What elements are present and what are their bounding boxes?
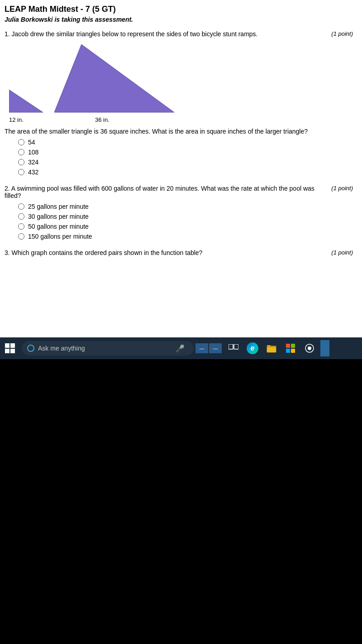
svg-rect-10 [267,345,271,347]
question-3-text: 3. Which graph contains the ordered pair… [5,249,327,256]
large-triangle-label: 36 in. [95,116,176,123]
start-button[interactable] [0,337,20,359]
browser-content: LEAP Math Midtest - 7 (5 GT) Julia Borko… [0,0,362,344]
active-windows: — — [195,343,222,353]
svg-text:4: 4 [222,377,225,383]
option-1-1[interactable]: 108 [18,149,353,156]
media-icon[interactable] [301,340,318,356]
question-2: 2. A swimming pool was filled with 600 g… [5,185,353,240]
question-3-points: (1 point) [331,249,353,256]
question-2-points: (1 point) [331,185,353,192]
svg-rect-14 [291,349,295,353]
question-1-options: 54 108 324 432 [18,139,353,176]
page-title: LEAP Math Midtest - 7 (5 GT) [5,5,353,14]
small-triangle-svg [9,87,45,115]
small-triangle-label: 12 in. [9,116,45,123]
option-1-0[interactable]: 54 [18,139,353,146]
question-1-text: 1. Jacob drew the similar triangles belo… [5,30,327,38]
radio-2-1[interactable] [18,213,24,220]
option-label-1-1: 108 [28,149,38,156]
svg-marker-0 [9,90,43,112]
svg-text:2: 2 [18,377,21,383]
svg-rect-5 [10,349,15,353]
option-label-2-2: 50 gallons per minute [28,223,89,230]
radio-2-0[interactable] [18,203,24,210]
question-3: 3. Which graph contains the ordered pair… [5,249,353,256]
small-triangle-wrapper: 12 in. [9,87,45,123]
svg-rect-12 [291,344,295,348]
extra-icon[interactable] [320,340,329,356]
background-table: 2 4 • 46 4 4 [0,359,362,644]
radio-1-1[interactable] [18,149,24,155]
question-1-subtext: The area of the smaller triangle is 36 s… [5,128,353,135]
svg-point-16 [308,346,311,350]
option-1-2[interactable]: 324 [18,159,353,166]
question-1: 1. Jacob drew the similar triangles belo… [5,30,353,176]
svg-text:4: 4 [86,377,89,383]
student-name: Julia Borkowski is taking this assessmen… [5,16,353,23]
taskbar-system-icons: e [225,340,329,356]
question-1-header: 1. Jacob drew the similar triangles belo… [5,30,353,38]
svg-rect-7 [234,344,238,349]
store-icon[interactable] [282,340,299,356]
option-label-2-3: 150 gallons per minute [28,233,92,240]
window-btn-1[interactable]: — [195,343,208,353]
svg-rect-4 [5,349,10,353]
windows-icon [5,343,15,353]
dark-screen-area: 2 4 • 46 4 4 [0,359,362,644]
large-triangle-wrapper: 36 in. [54,42,176,123]
option-label-2-1: 30 gallons per minute [28,213,89,220]
question-2-options: 25 gallons per minute 30 gallons per min… [18,203,353,240]
svg-rect-6 [229,344,233,349]
option-label-1-3: 432 [28,168,38,176]
option-2-3[interactable]: 150 gallons per minute [18,233,353,240]
svg-rect-11 [286,344,290,348]
radio-1-0[interactable] [18,139,24,145]
option-1-3[interactable]: 432 [18,168,353,176]
option-label-2-0: 25 gallons per minute [28,203,89,210]
svg-rect-2 [5,343,10,348]
option-2-0[interactable]: 25 gallons per minute [18,203,353,210]
taskbar: Ask me anything 🎤 — — e [0,337,362,359]
triangle-container: 12 in. 36 in. [9,42,353,123]
svg-rect-3 [10,343,15,348]
question-2-header: 2. A swimming pool was filled with 600 g… [5,185,353,199]
search-placeholder-text: Ask me anything [38,345,85,352]
radio-2-3[interactable] [18,233,24,240]
svg-rect-9 [267,347,276,352]
svg-text:46: 46 [176,377,183,383]
svg-text:•: • [131,377,133,383]
question-3-header: 3. Which graph contains the ordered pair… [5,249,353,256]
question-1-points: (1 point) [331,30,353,37]
svg-text:4: 4 [267,377,270,383]
file-explorer-icon[interactable] [263,340,280,356]
svg-rect-13 [286,349,290,353]
large-triangle-svg [54,42,176,115]
radio-1-2[interactable] [18,159,24,165]
microphone-icon[interactable]: 🎤 [172,344,188,353]
edge-browser-icon[interactable]: e [244,340,261,356]
window-btn-2[interactable]: — [209,343,222,353]
radio-1-3[interactable] [18,169,24,175]
question-2-text: 2. A swimming pool was filled with 600 g… [5,185,327,199]
radio-2-2[interactable] [18,223,24,230]
cortana-circle-icon [27,345,34,352]
option-label-1-0: 54 [28,139,35,146]
task-view-icon[interactable] [225,340,242,356]
svg-marker-1 [54,44,174,112]
option-label-1-2: 324 [28,159,38,166]
taskbar-search-bar[interactable]: Ask me anything 🎤 [22,341,194,356]
option-2-1[interactable]: 30 gallons per minute [18,213,353,220]
option-2-2[interactable]: 50 gallons per minute [18,223,353,230]
